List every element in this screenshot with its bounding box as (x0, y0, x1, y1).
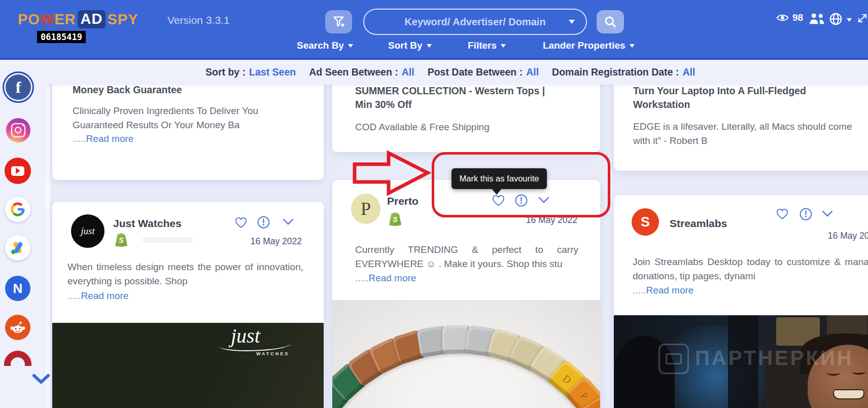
ad-seen-between-summary[interactable]: Ad Seen Between :All (309, 66, 414, 78)
avatar[interactable]: just (71, 214, 105, 248)
filter-label: Ad Seen Between : (309, 66, 398, 78)
annotation-arrow-icon (352, 149, 432, 198)
read-more-link[interactable]: Read more (368, 273, 416, 283)
globe-icon (829, 12, 843, 26)
brand-swoosh (220, 339, 291, 351)
ad-date: 16 May 2022 (204, 236, 302, 247)
nav-label: Search By (297, 40, 344, 51)
watermark-logo-icon (658, 344, 689, 374)
sidebar-scroll-down-button[interactable] (31, 373, 51, 388)
image-eye (827, 370, 840, 376)
read-more: .....Read more (67, 289, 128, 303)
ad-title: SUMMER COLLECTION - Western Tops | Min 3… (355, 85, 563, 112)
expand-icon (856, 12, 868, 24)
avatar-text: just (81, 226, 94, 237)
filter-value: All (682, 66, 695, 78)
reddit-icon (9, 318, 27, 337)
advertiser-name[interactable]: Streamlabs (670, 217, 727, 230)
clear-filters-button[interactable] (325, 10, 352, 33)
avatar[interactable]: P (351, 194, 380, 224)
version-label: Version 3.3.1 (167, 14, 230, 26)
ad-card-justwatches: just Just Watches S 16 May 2022 When tim… (52, 202, 324, 408)
ellipsis: ..... (633, 285, 646, 295)
avatar[interactable]: S (632, 208, 659, 236)
favourite-button[interactable] (775, 207, 789, 223)
annotation-highlight-box (432, 152, 610, 217)
meta-pill (143, 237, 193, 243)
ellipsis: ..... (73, 133, 86, 144)
image-brand-sub: WATCHES (256, 351, 289, 356)
read-more-link[interactable]: Read more (646, 285, 693, 295)
filter-label: Sort by : (205, 66, 246, 78)
ad-image-justwatches[interactable]: just WATCHES (52, 323, 324, 408)
ad-card-laptop: Turn Your Laptop Into A Full-Fledged Wor… (614, 85, 868, 171)
ad-title: Money Back Guarantee (73, 85, 301, 97)
chevron-down-icon (348, 44, 353, 50)
sidebar-item-native[interactable]: N (5, 276, 30, 301)
chevron-down-icon (31, 373, 51, 386)
sidebar-item-google[interactable] (5, 197, 30, 222)
search-placeholder: Keyword/ Advertiser/ Domain (404, 16, 545, 28)
filter-value: All (526, 66, 539, 78)
expand-card-button[interactable] (282, 217, 295, 230)
read-more-link[interactable]: Read more (81, 290, 128, 301)
nav-filters[interactable]: Filters (468, 40, 506, 51)
sidebar-item-reddit[interactable] (5, 315, 30, 340)
sidebar-item-google-ads[interactable] (5, 235, 30, 261)
heart-icon (775, 207, 789, 221)
views-indicator[interactable]: 98 (775, 12, 803, 23)
post-date-between-summary[interactable]: Post Date Between :All (428, 66, 539, 78)
heart-icon (234, 215, 248, 230)
language-selector[interactable] (829, 12, 852, 26)
logo-text-2: ER (54, 11, 76, 28)
account-id-badge: 06185419 (37, 31, 86, 43)
domain-registration-summary[interactable]: Domain Registration Date :All (552, 66, 695, 78)
header: POWERADSPY 06185419 Version 3.3.1 Keywor… (0, 0, 868, 60)
sidebar-item-youtube[interactable] (5, 158, 31, 184)
ad-image-prerto[interactable]: DPF (332, 300, 600, 408)
favourite-button[interactable] (234, 215, 248, 232)
nav-lander-properties[interactable]: Lander Properties (543, 40, 635, 51)
logo-text: PO (18, 11, 40, 28)
sidebar-item-instagram[interactable] (6, 118, 30, 142)
sidebar-item-quora[interactable] (4, 351, 31, 366)
image-smile (833, 389, 864, 399)
ad-info-button[interactable] (799, 207, 813, 223)
people-icon (809, 12, 825, 25)
nav-label: Sort By (388, 40, 423, 51)
advertiser-name[interactable]: Just Watches (113, 217, 182, 230)
poweradspy-logo[interactable]: POWERADSPY (18, 10, 138, 28)
ad-body: When timeless design meets the power of … (67, 260, 303, 288)
chevron-down-icon (501, 44, 506, 50)
ad-body: Clinically Proven Ingredients To Deliver… (73, 104, 265, 132)
read-more: .....Read more (355, 271, 416, 285)
expand-card-button[interactable] (821, 209, 834, 221)
watermark-text: ПАРТНЕРКИН (695, 347, 854, 369)
logo-ad-bubble: AD (78, 10, 106, 28)
search-button[interactable] (597, 10, 624, 33)
filter-label: Domain Registration Date : (552, 66, 679, 78)
filter-value: Last Seen (249, 66, 296, 78)
search-input[interactable]: Keyword/ Advertiser/ Domain (363, 9, 587, 35)
avatar-text: S (641, 214, 650, 230)
filter-label: Post Date Between : (428, 66, 523, 78)
left-scroll-edge[interactable] (46, 85, 50, 408)
eye-icon (775, 12, 790, 23)
sidebar-item-facebook[interactable]: f (6, 75, 31, 100)
ad-info-button[interactable] (257, 215, 270, 231)
search-dropdown-caret-icon[interactable] (569, 20, 575, 27)
youtube-icon (11, 166, 24, 176)
nav-search-by[interactable]: Search By (297, 40, 353, 51)
ad-body: EDGE is a lifesaver. Literally, all Macs… (633, 120, 854, 147)
sort-by-summary[interactable]: Sort by :Last Seen (205, 66, 296, 78)
filter-value: All (402, 66, 414, 78)
ad-card-streamlabs: S Streamlabs 16 May 2022 Join Streamlabs… (614, 195, 868, 408)
google-ads-icon (10, 240, 26, 255)
nav-sort-by[interactable]: Sort By (388, 40, 432, 51)
fullscreen-button[interactable] (856, 12, 868, 24)
ad-image-streamlabs[interactable]: ПАРТНЕРКИН (614, 315, 868, 408)
read-more-link[interactable]: Read more (86, 133, 133, 144)
read-more: .....Read more (633, 283, 693, 298)
chevron-down-icon (427, 44, 432, 50)
users-button[interactable] (809, 12, 825, 25)
